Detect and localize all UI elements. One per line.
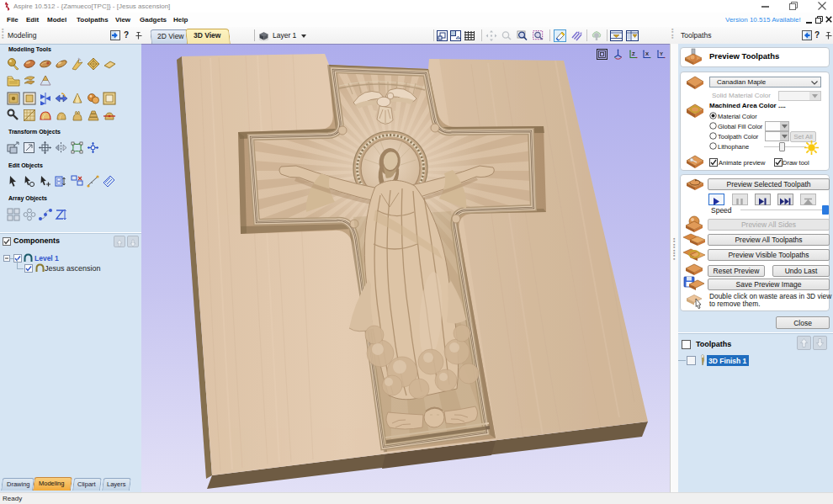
- svg-text:Y: Y: [660, 51, 663, 56]
- svg-text:Z: Z: [632, 51, 635, 56]
- svg-text:X: X: [645, 51, 649, 56]
